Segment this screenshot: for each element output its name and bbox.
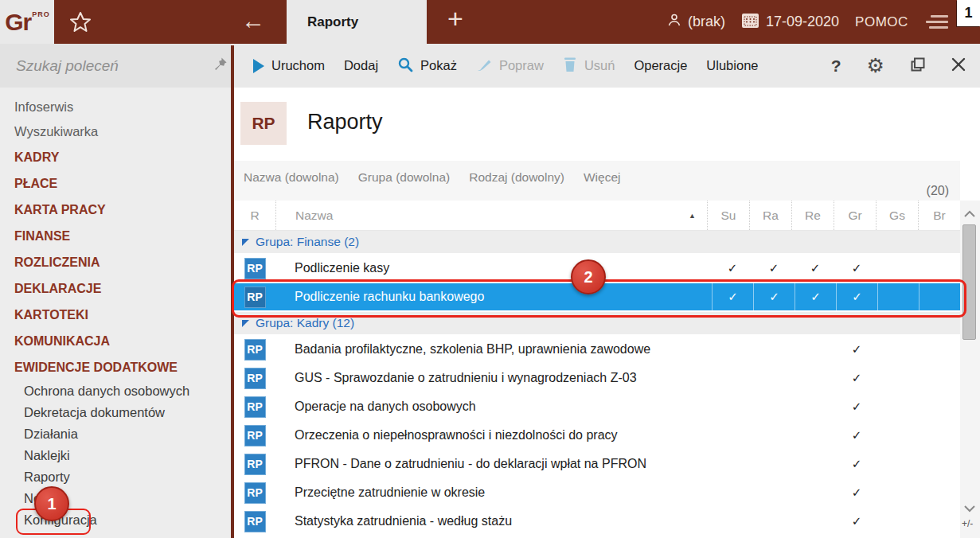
sidebar-item-wyszukiwarka[interactable]: Wyszukiwarka <box>0 119 231 144</box>
table-row[interactable]: RP Statystyka zatrudnienia - według staż… <box>234 508 960 535</box>
sidebar-item-dekretacja[interactable]: Dekretacja dokumentów <box>0 402 231 423</box>
sidebar-item-naklejki[interactable]: Naklejki <box>0 445 231 466</box>
sidebar-item-ochrona-danych[interactable]: Ochrona danych osobowych <box>0 380 231 402</box>
group-header-finanse[interactable]: Grupa: Finanse (2) <box>234 231 960 253</box>
gear-icon[interactable]: ⚙ <box>867 56 884 76</box>
sidebar-item-rozliczenia[interactable]: ROZLICZENIA <box>0 249 231 275</box>
sidebar-item-konfiguracja[interactable]: Konfiguracja <box>0 509 231 531</box>
column-header-gs[interactable]: Gs <box>876 201 918 230</box>
sidebar-item-kadry[interactable]: KADRY <box>0 144 231 170</box>
topbar-right-cluster: (brak) 17-09-2020 POMOC <box>667 0 948 44</box>
sidebar-item-finanse[interactable]: FINANSE <box>0 223 231 249</box>
sidebar-item-komunikacja[interactable]: KOMUNIKACJA <box>0 328 231 354</box>
back-arrow-icon[interactable]: ← <box>241 5 265 37</box>
report-name: Orzeczenia o niepełnosprawności i niezdo… <box>275 428 712 442</box>
group-header-kadry[interactable]: Grupa: Kadry (12) <box>234 312 960 334</box>
record-count: (20) <box>927 184 949 198</box>
report-name: PFRON - Dane o zatrudnieniu - do deklara… <box>275 457 712 471</box>
app-logo[interactable]: GrPRO <box>0 0 54 44</box>
search-icon <box>397 57 413 76</box>
annotation-corner-badge: 1 <box>957 0 980 26</box>
sidebar-menu: Infoserwis Wyszukiwarka KADRY PŁACE KART… <box>0 88 231 531</box>
favorites-star-icon[interactable] <box>68 10 92 34</box>
dodaj-button[interactable]: Dodaj <box>344 58 378 73</box>
pin-icon[interactable] <box>213 57 228 75</box>
filter-wiecej[interactable]: Więcej <box>584 170 621 185</box>
scroll-down-icon[interactable] <box>963 501 976 516</box>
sidebar-item-deklaracje[interactable]: DEKLARACJE <box>0 275 231 302</box>
table-row[interactable]: RP Przeciętne zatrudnienie w okresie ✓ <box>234 479 960 506</box>
check-gr: ✓ <box>836 428 877 442</box>
uruchom-button[interactable]: Uruchom <box>253 58 325 73</box>
operacje-button[interactable]: Operacje <box>634 58 687 73</box>
report-name: Operacje na danych osobowych <box>275 400 712 414</box>
cascade-windows-icon[interactable] <box>910 57 926 76</box>
scroll-plus-minus-hint: +/- <box>962 518 973 529</box>
ulubione-button[interactable]: Ulubione <box>706 58 758 73</box>
scrollbar-thumb[interactable] <box>962 224 976 340</box>
scroll-up-icon[interactable] <box>963 207 976 221</box>
user-name[interactable]: (brak) <box>688 14 725 30</box>
close-icon[interactable] <box>951 57 966 75</box>
column-header-re[interactable]: Re <box>791 201 834 230</box>
sidebar-item-ewidencje-dodatkowe[interactable]: EWIDENCJE DODATKOWE <box>0 354 231 380</box>
check-gr: ✓ <box>836 514 877 528</box>
new-tab-plus-icon[interactable]: + <box>447 3 463 34</box>
column-header-gr[interactable]: Gr <box>834 201 876 230</box>
filter-bar: Nazwa (dowolna) Grupa (dowolna) Rodzaj (… <box>234 161 960 201</box>
toolbar: Uruchom Dodaj Pokaż Popraw Usuń Operacje <box>234 44 980 88</box>
user-icon[interactable] <box>667 13 681 31</box>
check-gr: ✓ <box>836 457 877 471</box>
main-content: RP Raporty Nazwa (dowolna) Grupa (dowoln… <box>234 88 960 538</box>
search-input[interactable] <box>14 57 213 76</box>
filter-rodzaj[interactable]: Rodzaj (dowolny) <box>469 170 564 185</box>
table-row[interactable]: RP Operacje na danych osobowych ✓ <box>234 393 960 420</box>
popraw-button[interactable]: Popraw <box>476 57 544 76</box>
sidebar-item-kartoteki[interactable]: KARTOTEKI <box>0 302 231 328</box>
calendar-icon[interactable] <box>741 12 759 33</box>
current-date[interactable]: 17-09-2020 <box>766 14 839 30</box>
vertical-scrollbar[interactable]: +/- <box>960 201 980 538</box>
filter-nazwa[interactable]: Nazwa (dowolna) <box>244 170 339 185</box>
logo-pro-label: PRO <box>32 10 50 18</box>
report-type-icon: RP <box>244 454 266 475</box>
hamburger-menu-icon[interactable] <box>924 15 948 29</box>
command-search-bar <box>0 44 231 88</box>
report-type-icon: RP <box>244 368 266 389</box>
popraw-label: Popraw <box>499 58 544 73</box>
check-gr: ✓ <box>836 283 877 310</box>
sort-asc-icon: ▲ <box>689 212 696 220</box>
report-name: Statystyka zatrudnienia - według stażu <box>275 514 712 528</box>
column-header-r[interactable]: R <box>234 209 275 223</box>
help-menu[interactable]: POMOC <box>855 14 908 30</box>
module-badge: RP <box>240 102 287 145</box>
sidebar-item-dzialania[interactable]: Działania <box>0 423 231 445</box>
uruchom-label: Uruchom <box>271 58 325 73</box>
column-header-su[interactable]: Su <box>707 201 749 230</box>
tab-label: Raporty <box>307 14 358 30</box>
tab-raporty[interactable]: Raporty <box>287 0 427 44</box>
report-type-icon: RP <box>244 511 266 532</box>
group-collapse-icon <box>242 239 249 246</box>
table-row[interactable]: RP Orzeczenia o niepełnosprawności i nie… <box>234 422 960 449</box>
group-collapse-icon <box>242 320 249 327</box>
report-name: GUS - Sprawozdanie o zatrudnieniu i wyna… <box>275 371 712 385</box>
help-icon[interactable]: ? <box>831 57 841 76</box>
column-header-br[interactable]: Br <box>918 201 960 230</box>
filter-grupa[interactable]: Grupa (dowolna) <box>358 170 450 185</box>
table-row[interactable]: RP PFRON - Dane o zatrudnieniu - do dekl… <box>234 450 960 478</box>
table-row[interactable]: RP Badania profilaktyczne, szkolenia BHP… <box>234 336 960 363</box>
trash-icon <box>563 57 577 76</box>
brush-icon <box>476 57 492 76</box>
usun-button[interactable]: Usuń <box>563 57 615 76</box>
sidebar-item-karta-pracy[interactable]: KARTA PRACY <box>0 197 231 223</box>
sidebar-item-place[interactable]: PŁACE <box>0 170 231 197</box>
report-type-icon: RP <box>244 258 266 279</box>
page-title: Raporty <box>307 110 383 134</box>
sidebar-item-infoserwis[interactable]: Infoserwis <box>0 95 231 119</box>
column-header-nazwa[interactable]: Nazwa ▲ <box>275 201 707 230</box>
pokaz-button[interactable]: Pokaż <box>397 57 457 76</box>
column-header-ra[interactable]: Ra <box>749 201 791 230</box>
sidebar-item-raporty[interactable]: Raporty <box>0 466 231 488</box>
table-row[interactable]: RP GUS - Sprawozdanie o zatrudnieniu i w… <box>234 365 960 392</box>
